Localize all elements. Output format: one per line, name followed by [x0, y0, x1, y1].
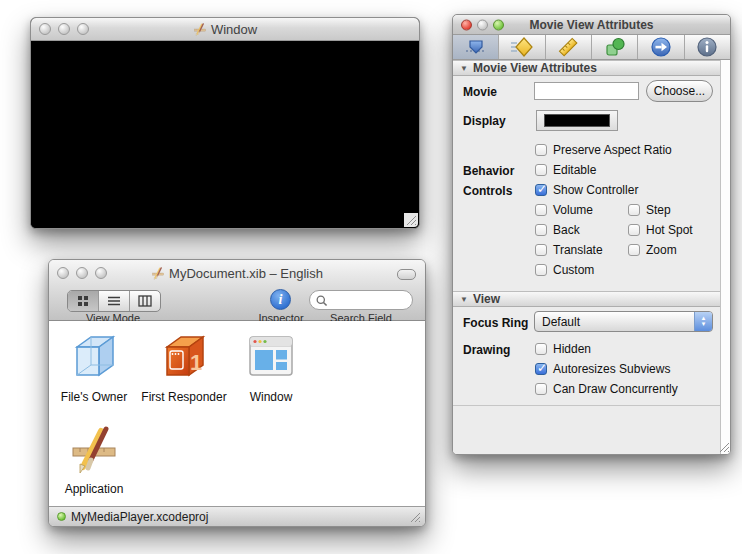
down-arrow-icon: ▼	[701, 322, 707, 327]
inspector-title: Movie View Attributes	[529, 18, 653, 32]
size-inspector-icon	[557, 36, 579, 58]
volume-row: Volume	[535, 203, 593, 217]
list-item-window[interactable]: Window	[226, 330, 316, 404]
tab-bindings-inspector[interactable]	[592, 35, 638, 59]
tab-connections-inspector[interactable]	[638, 35, 684, 59]
disclosure-triangle-icon: ▼	[460, 64, 468, 73]
hidden-row: Hidden	[535, 342, 591, 356]
controls-label: Controls	[463, 184, 512, 198]
design-window-title: Window	[193, 22, 257, 37]
attributes-inspector-icon	[465, 36, 487, 58]
preserve-aspect-ratio-checkbox[interactable]	[535, 144, 547, 156]
tab-attributes-inspector[interactable]	[453, 35, 499, 59]
list-item-files-owner[interactable]: File's Owner	[49, 330, 139, 404]
editable-row: Editable	[535, 163, 596, 177]
hot-spot-checkbox[interactable]	[628, 224, 640, 236]
zoom-button[interactable]	[95, 267, 107, 279]
effects-inspector-icon	[511, 36, 533, 58]
toolbar-toggle-button[interactable]	[397, 269, 416, 280]
scrollbar-track[interactable]	[720, 60, 730, 454]
display-label: Display	[463, 114, 506, 128]
bindings-inspector-icon	[604, 36, 626, 58]
focus-ring-popup[interactable]: Default ▲▼	[534, 311, 713, 332]
item-label: Application	[49, 482, 139, 496]
connections-inspector-icon	[650, 36, 672, 58]
zoom-checkbox[interactable]	[628, 244, 640, 256]
minimize-button[interactable]	[58, 23, 70, 35]
section-header-view[interactable]: ▼ View	[453, 291, 730, 307]
xib-doc-icon	[151, 266, 165, 280]
tab-effects-inspector[interactable]	[499, 35, 545, 59]
view-mode-list-segment[interactable]	[99, 291, 130, 311]
resize-grip-icon[interactable]	[408, 510, 421, 523]
first-responder-cube-icon	[158, 330, 210, 382]
checkbox-label: Hot Spot	[646, 223, 693, 237]
autoresizes-subviews-row: Autoresizes Subviews	[535, 362, 670, 376]
display-color-well[interactable]	[536, 110, 618, 131]
checkbox-label: Preserve Aspect Ratio	[553, 143, 672, 157]
inspector-traffic-lights	[461, 19, 504, 30]
close-button[interactable]	[39, 23, 51, 35]
list-item-first-responder[interactable]: First Responder	[134, 330, 234, 404]
search-input[interactable]	[331, 293, 409, 307]
popup-stepper-cap: ▲▼	[694, 312, 712, 331]
resize-grip-icon[interactable]	[717, 440, 730, 453]
translate-row: Translate	[535, 243, 603, 257]
translate-checkbox[interactable]	[535, 244, 547, 256]
tab-size-inspector[interactable]	[546, 35, 592, 59]
view-mode-columns-segment[interactable]	[130, 291, 160, 311]
checkbox-label: Back	[553, 223, 580, 237]
focus-ring-label: Focus Ring	[463, 316, 528, 330]
section-separator	[453, 405, 721, 406]
minimize-button	[477, 19, 488, 30]
close-button[interactable]	[57, 267, 69, 279]
view-mode-icons-segment[interactable]	[68, 291, 99, 311]
custom-row: Custom	[535, 263, 594, 277]
display-color-swatch	[544, 114, 610, 127]
movie-field-wrap	[534, 82, 639, 100]
choose-button[interactable]: Choose...	[646, 80, 713, 102]
xib-document-window: MyDocument.xib – English View Mode i Ins…	[48, 259, 426, 527]
design-window-titlebar[interactable]: Window	[31, 18, 419, 41]
close-button[interactable]	[461, 19, 472, 30]
section-header-movie-view-attributes[interactable]: ▼ Movie View Attributes	[453, 60, 730, 76]
xib-window-titlebar[interactable]: MyDocument.xib – English	[49, 260, 425, 286]
hidden-checkbox[interactable]	[535, 343, 547, 355]
can-draw-concurrently-row: Can Draw Concurrently	[535, 382, 678, 396]
inspector-button[interactable]: i	[270, 289, 291, 310]
editable-checkbox[interactable]	[535, 164, 547, 176]
minimize-button[interactable]	[76, 267, 88, 279]
movie-label: Movie	[463, 85, 497, 99]
step-row: Step	[628, 203, 671, 217]
columns-view-icon	[138, 295, 152, 307]
checkbox-label: Zoom	[646, 243, 677, 257]
xib-toolbar: View Mode i Inspector Search Field	[49, 286, 425, 321]
item-label: First Responder	[134, 390, 234, 404]
search-field[interactable]	[309, 290, 413, 310]
autoresizes-subviews-checkbox[interactable]	[535, 363, 547, 375]
back-row: Back	[535, 223, 580, 237]
custom-checkbox[interactable]	[535, 264, 547, 276]
application-icon	[68, 422, 120, 474]
show-controller-checkbox[interactable]	[535, 184, 547, 196]
checkbox-label: Translate	[553, 243, 603, 257]
zoom-row: Zoom	[628, 243, 677, 257]
focus-ring-value: Default	[535, 315, 694, 329]
inspector-toolbar	[453, 35, 730, 60]
volume-checkbox[interactable]	[535, 204, 547, 216]
can-draw-concurrently-checkbox[interactable]	[535, 383, 547, 395]
design-window-title-text: Window	[211, 22, 257, 37]
section-header-label: View	[473, 292, 500, 306]
xib-window-traffic-lights	[57, 267, 107, 279]
list-item-application[interactable]: Application	[49, 422, 139, 496]
inspector-titlebar[interactable]: Movie View Attributes	[453, 15, 730, 35]
back-checkbox[interactable]	[535, 224, 547, 236]
resize-corner[interactable]	[404, 213, 418, 227]
tab-identity-inspector[interactable]	[685, 35, 730, 59]
step-checkbox[interactable]	[628, 204, 640, 216]
movie-input[interactable]	[535, 85, 638, 101]
zoom-button[interactable]	[493, 19, 504, 30]
movie-view-canvas[interactable]	[31, 41, 419, 228]
zoom-button[interactable]	[77, 23, 89, 35]
interface-builder-doc-icon	[193, 22, 207, 36]
